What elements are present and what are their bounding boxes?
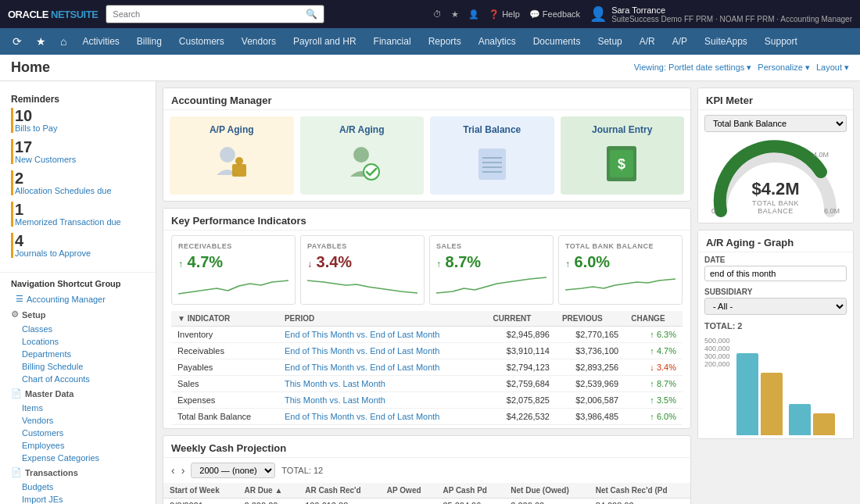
reminder-allocation-label[interactable]: Allocation Schedules due (15, 186, 112, 195)
reminder-bills-label[interactable]: Bills to Pay (15, 123, 57, 133)
nav-reports[interactable]: Reports (421, 31, 469, 52)
nav-vendors[interactable]: Vendors (234, 31, 284, 52)
col-start-week[interactable]: Start of Week (163, 483, 238, 499)
svg-point-0 (220, 147, 235, 163)
nav-billing[interactable]: Billing (129, 31, 170, 52)
kpi-col-period[interactable]: PERIOD (278, 311, 487, 327)
kpi-period-receivables[interactable]: End of This Month vs. End of Last Month (278, 343, 487, 359)
sidebar-item-chart-of-accounts[interactable]: Chart of Accounts (0, 373, 156, 385)
reminder-bar (11, 139, 13, 164)
nav-ap[interactable]: A/P (665, 31, 695, 52)
col-net-due[interactable]: Net Due (Owed) (504, 483, 589, 499)
nav-activities[interactable]: Activities (74, 31, 127, 52)
sidebar-item-expense-categories[interactable]: Expense Categories (0, 452, 156, 464)
col-ap-owed[interactable]: AP Owed (381, 483, 437, 499)
ar-cash-val: 109,013.88 (299, 499, 381, 505)
ar-aging-panel: A/R Aging - Graph DATE SUBSIDIARY - All … (697, 230, 854, 439)
view-portlet-settings[interactable]: Viewing: Portlet date settings ▾ (634, 63, 752, 73)
kpi-change-inventory: ↑ 6.3% (625, 327, 683, 343)
reminder-customers: 17 New Customers (11, 139, 145, 164)
ar-aging-card[interactable]: A/R Aging (300, 116, 425, 195)
kpi-period-payables[interactable]: End of This Month vs. End of Last Month (278, 359, 487, 376)
nav-setup[interactable]: Setup (589, 31, 629, 52)
sidebar-item-vendors[interactable]: Vendors (0, 414, 156, 427)
kpi-receivables-label: RECEIVABLES (178, 242, 288, 250)
search-input[interactable] (113, 9, 306, 19)
sidebar-item-import-jes[interactable]: Import JEs (0, 493, 156, 504)
sidebar-item-employees[interactable]: Employees (0, 439, 156, 452)
col-ar-cash[interactable]: AR Cash Rec'd (299, 483, 381, 499)
nav-suiteapps[interactable]: SuiteApps (697, 31, 755, 52)
top-right-bar: ⏱ ★ 👤 ❓ Help 💬 Feedback 👤 Sara Torrance … (433, 5, 852, 23)
col-net-cash[interactable]: Net Cash Rec'd (Pd (589, 483, 690, 499)
col-ap-cash[interactable]: AP Cash Pd (436, 483, 504, 499)
person-icon[interactable]: 👤 (468, 9, 479, 20)
nav-financial[interactable]: Financial (366, 31, 419, 52)
kpi-col-indicator[interactable]: ▼ INDICATOR (171, 311, 278, 327)
kpi-col-change[interactable]: CHANGE (625, 311, 683, 327)
weekly-cash-table: Start of Week AR Due ▲ AR Cash Rec'd AP … (163, 483, 690, 504)
sidebar-item-accounting-manager[interactable]: ☰ Accounting Manager (0, 291, 156, 306)
nav-home-icon[interactable]: ⟳ (6, 32, 28, 51)
period-select[interactable]: 2000 — (none) (191, 463, 275, 478)
kpi-indicator-bank: Total Bank Balance (171, 409, 278, 425)
sidebar-item-items[interactable]: Items (0, 402, 156, 414)
ar-aging-icon (339, 140, 385, 187)
reminder-customers-label[interactable]: New Customers (15, 155, 76, 164)
kpi-receivables-sparkline (178, 274, 288, 298)
kpi-col-current[interactable]: CURRENT (487, 311, 556, 327)
layout-button[interactable]: Layout ▾ (816, 63, 849, 73)
ap-aging-label: A/P Aging (210, 124, 254, 135)
kpi-payables-sparkline (307, 274, 417, 298)
kpi-period-sales[interactable]: This Month vs. Last Month (278, 376, 487, 392)
col-ar-due[interactable]: AR Due ▲ (238, 483, 299, 499)
personalize-button[interactable]: Personalize ▾ (758, 63, 810, 73)
sidebar-item-budgets[interactable]: Budgets (0, 481, 156, 493)
user-name: Sara Torrance (611, 5, 852, 15)
kpi-payables-label: PAYABLES (307, 242, 417, 250)
nav-ar[interactable]: A/R (632, 31, 663, 52)
kpi-period-expenses[interactable]: This Month vs. Last Month (278, 392, 487, 409)
clock-icon[interactable]: ⏱ (433, 9, 442, 19)
ar-subsidiary-select[interactable]: - All - (704, 298, 847, 315)
next-week-button[interactable]: › (181, 464, 185, 477)
reminder-memorized-label[interactable]: Memorized Transaction due (15, 217, 121, 227)
trial-balance-card[interactable]: Trial Balance (430, 116, 554, 195)
reminder-num: 4 (15, 233, 91, 248)
svg-point-3 (353, 147, 369, 163)
kpi-meter-select[interactable]: Total Bank Balance (704, 115, 847, 132)
nav-analytics[interactable]: Analytics (471, 31, 524, 52)
feedback-link[interactable]: 💬 Feedback (529, 9, 580, 20)
nav-customers[interactable]: Customers (171, 31, 232, 52)
ar-subsidiary-label: SUBSIDIARY (704, 288, 847, 296)
reminders-section: Reminders 10 Bills to Pay 17 New Custome… (0, 89, 156, 269)
sidebar-item-locations[interactable]: Locations (0, 335, 156, 348)
nav-star-icon[interactable]: ★ (30, 32, 52, 51)
search-icon[interactable]: 🔍 (306, 9, 317, 20)
help-link[interactable]: ❓ Help (489, 9, 520, 20)
reminder-journals-label[interactable]: Journals to Approve (15, 248, 91, 258)
ar-date-input[interactable] (704, 266, 847, 281)
kpi-indicator-sales: Sales (171, 376, 278, 392)
nav-documents[interactable]: Documents (525, 31, 589, 52)
sidebar-item-customers[interactable]: Customers (0, 427, 156, 439)
master-data-header: 📄 Master Data (0, 385, 156, 402)
user-info: 👤 Sara Torrance SuiteSuccess Demo FF PRM… (589, 5, 852, 23)
kpi-bank-balance: TOTAL BANK BALANCE 6.0% (558, 235, 683, 305)
search-box[interactable]: 🔍 (106, 5, 324, 23)
sidebar-item-classes[interactable]: Classes (0, 323, 156, 335)
nav-payroll[interactable]: Payroll and HR (285, 31, 364, 52)
ap-aging-card[interactable]: A/P Aging (170, 116, 294, 195)
kpi-change-bank: ↑ 6.0% (625, 409, 683, 425)
journal-entry-card[interactable]: Journal Entry $ (561, 116, 685, 195)
star-icon[interactable]: ★ (451, 9, 459, 20)
nav-support[interactable]: Support (757, 31, 805, 52)
nav-house-icon[interactable]: ⌂ (54, 32, 73, 51)
user-avatar: 👤 (589, 5, 607, 23)
sidebar-item-departments[interactable]: Departments (0, 348, 156, 360)
kpi-period-inventory[interactable]: End of This Month vs. End of Last Month (278, 327, 487, 343)
kpi-col-previous[interactable]: PREVIOUS (556, 311, 625, 327)
prev-week-button[interactable]: ‹ (171, 464, 175, 477)
kpi-period-bank[interactable]: End of This Month vs. End of Last Month (278, 409, 487, 425)
sidebar-item-billing-schedule[interactable]: Billing Schedule (0, 360, 156, 373)
